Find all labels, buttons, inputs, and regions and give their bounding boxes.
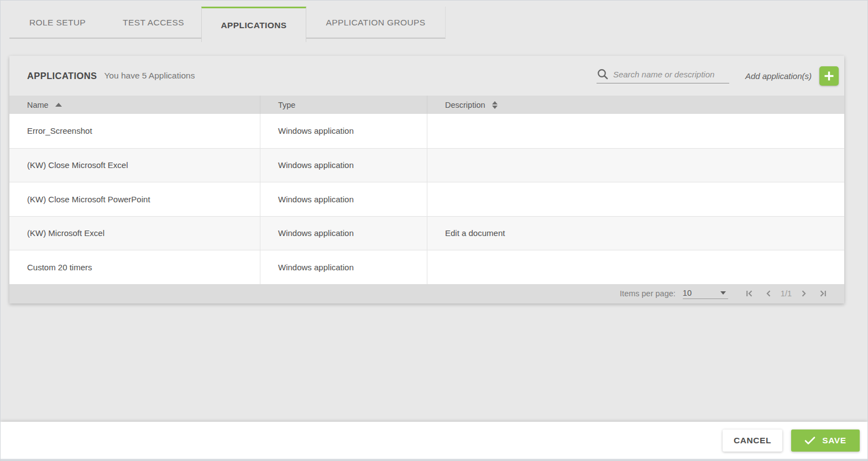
table-row[interactable]: Error_Screenshot Windows application — [9, 114, 844, 148]
sort-ascending-icon — [55, 103, 62, 107]
plus-icon — [823, 70, 835, 82]
cancel-button[interactable]: CANCEL — [723, 429, 782, 452]
first-page-button[interactable] — [745, 289, 754, 298]
cell-name: Error_Screenshot — [9, 114, 260, 148]
search-input[interactable] — [613, 70, 729, 79]
table-body: Error_Screenshot Windows application (KW… — [9, 114, 844, 284]
column-header-name[interactable]: Name — [9, 96, 260, 114]
action-bar: CANCEL SAVE — [1, 422, 867, 459]
save-button-label: SAVE — [822, 436, 846, 446]
sort-both-icon — [492, 101, 498, 109]
column-header-description-label: Description — [445, 101, 485, 109]
column-header-name-label: Name — [27, 101, 49, 109]
add-application-button[interactable] — [819, 66, 839, 86]
check-icon — [804, 436, 815, 445]
previous-page-button[interactable] — [764, 289, 773, 298]
role-edit-page: { "tabs": [ { "label": "ROLE SETUP", "ac… — [0, 0, 868, 461]
tab-strip: ROLE SETUP TEST ACCESS APPLICATIONS APPL… — [9, 7, 446, 42]
applications-count-text: You have 5 Applications — [104, 71, 195, 81]
table-pagination-bar: Items per page: 10 1/1 — [9, 284, 844, 303]
next-page-button[interactable] — [799, 289, 808, 298]
tab-test-access[interactable]: TEST ACCESS — [106, 7, 201, 38]
page-size-value: 10 — [683, 289, 692, 297]
applications-panel: APPLICATIONS You have 5 Applications Add… — [9, 56, 844, 303]
table-row[interactable]: (KW) Close Microsoft Excel Windows appli… — [9, 148, 844, 182]
tab-applications[interactable]: APPLICATIONS — [201, 7, 306, 42]
cell-type: Windows application — [260, 250, 427, 284]
page-size-select[interactable]: 10 — [683, 289, 728, 299]
cell-type: Windows application — [260, 114, 427, 148]
table-row[interactable]: (KW) Close Microsoft PowerPoint Windows … — [9, 182, 844, 216]
cell-name: (KW) Close Microsoft PowerPoint — [9, 182, 260, 216]
table-header-row: Name Type Description — [9, 96, 844, 114]
cell-description — [427, 149, 844, 182]
search-icon — [597, 68, 609, 80]
last-page-button[interactable] — [818, 289, 827, 298]
cell-name: Custom 20 timers — [9, 250, 260, 284]
column-header-type[interactable]: Type — [260, 96, 427, 114]
cell-type: Windows application — [260, 217, 427, 250]
cell-name: (KW) Microsoft Excel — [9, 217, 260, 250]
column-header-description[interactable]: Description — [427, 96, 844, 114]
tab-role-setup[interactable]: ROLE SETUP — [9, 7, 106, 38]
cell-description — [427, 182, 844, 216]
chevron-left-icon — [764, 289, 773, 298]
cell-description: Edit a document — [427, 217, 844, 250]
cell-name: (KW) Close Microsoft Excel — [9, 149, 260, 182]
chevron-right-icon — [799, 289, 808, 298]
last-page-icon — [818, 289, 827, 298]
search-box — [597, 68, 729, 83]
dropdown-arrow-icon — [720, 291, 726, 295]
panel-title: APPLICATIONS — [27, 71, 97, 81]
column-header-type-label: Type — [278, 101, 295, 109]
cell-description — [427, 250, 844, 284]
save-button[interactable]: SAVE — [791, 429, 860, 452]
add-applications-label: Add application(s) — [745, 71, 812, 81]
tab-application-groups[interactable]: APPLICATION GROUPS — [306, 7, 446, 38]
cell-description — [427, 114, 844, 148]
table-row[interactable]: Custom 20 timers Windows application — [9, 250, 844, 284]
table-row[interactable]: (KW) Microsoft Excel Windows application… — [9, 216, 844, 250]
first-page-icon — [745, 289, 754, 298]
cell-type: Windows application — [260, 182, 427, 216]
panel-header: APPLICATIONS You have 5 Applications Add… — [9, 56, 844, 96]
bottom-edge-strip — [1, 459, 867, 460]
cell-type: Windows application — [260, 149, 427, 182]
items-per-page-label: Items per page: — [620, 289, 676, 298]
page-indicator: 1/1 — [781, 289, 792, 298]
